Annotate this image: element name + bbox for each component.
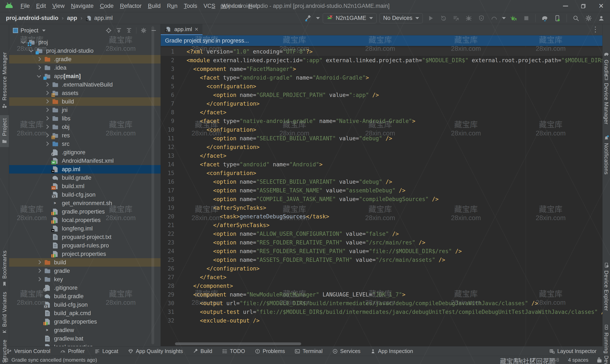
tree-row-get_environment.sh[interactable]: get_environment.sh bbox=[9, 199, 161, 208]
minimize-button[interactable] bbox=[557, 0, 574, 12]
menu-tools[interactable]: Tools bbox=[181, 1, 200, 11]
stripe-device-explorer[interactable]: Device Explorer bbox=[603, 260, 610, 314]
tree-row-.gradle[interactable]: .gradle bbox=[9, 55, 161, 64]
tree-row-key[interactable]: key bbox=[9, 275, 161, 284]
menu-view[interactable]: View bbox=[49, 1, 68, 11]
editor-options-kebab-icon[interactable]: ⋮ bbox=[592, 25, 599, 33]
close-button[interactable]: × bbox=[592, 0, 610, 12]
tree-row-obj[interactable]: obj bbox=[9, 123, 161, 131]
tree-row-libs[interactable]: libs bbox=[9, 114, 161, 123]
toolwindow-todo[interactable]: TODO bbox=[222, 348, 245, 354]
settings-button[interactable] bbox=[584, 13, 594, 23]
tree-row-gradlew[interactable]: gradlew bbox=[9, 326, 161, 334]
menu-vcs[interactable]: VCS bbox=[200, 1, 218, 11]
project-tree-scrollbar[interactable] bbox=[151, 26, 154, 344]
tree-row-build[interactable]: build bbox=[9, 258, 161, 267]
tree-row-AndroidManifest.xml[interactable]: MFAndroidManifest.xml bbox=[9, 156, 161, 165]
settings-button[interactable] bbox=[141, 27, 147, 33]
tree-row-assets[interactable]: assets bbox=[9, 89, 161, 97]
toolwindow-terminal[interactable]: Terminal bbox=[295, 348, 322, 354]
tree-row-build.xml[interactable]: <>build.xml bbox=[9, 182, 161, 191]
tree-row-jni[interactable]: jni bbox=[9, 106, 161, 114]
menu-navigate[interactable]: Navigate bbox=[68, 1, 97, 11]
status-message-area[interactable]: Gradle sync cancelled (moments ago) bbox=[3, 357, 97, 363]
tree-row-build.gradle[interactable]: build.gradle bbox=[9, 173, 161, 182]
menu-code[interactable]: Code bbox=[97, 1, 117, 11]
toolwindow-version-control[interactable]: Version Control bbox=[6, 348, 50, 354]
tree-row-local.properties[interactable]: local.properties bbox=[9, 343, 161, 346]
run-button[interactable] bbox=[426, 13, 435, 23]
breadcrumb-item-proj.android-studio[interactable]: proj.android-studio bbox=[6, 15, 58, 21]
account-avatar-button[interactable] bbox=[596, 13, 606, 23]
tree-row-gradlew.bat[interactable]: gradlew.bat bbox=[9, 334, 161, 343]
breadcrumb-item-app.iml[interactable]: app.iml bbox=[86, 15, 113, 22]
device-selector[interactable]: No Devices bbox=[380, 13, 423, 23]
tree-row-.idea[interactable]: .idea bbox=[9, 64, 161, 72]
tree-row-build.gradle[interactable]: build.gradle bbox=[9, 292, 161, 300]
project-view-selector[interactable]: Project bbox=[13, 27, 46, 34]
toolwindow-profiler[interactable]: Profiler bbox=[60, 348, 85, 354]
stripe-project[interactable]: Project bbox=[0, 115, 9, 147]
tree-row-app[interactable]: app [main] bbox=[9, 72, 161, 80]
stripe-device-manager[interactable]: Device Manager bbox=[603, 72, 610, 127]
menu-run[interactable]: Run bbox=[164, 1, 181, 11]
search-everywhere-button[interactable] bbox=[571, 13, 581, 23]
editor-horizontal-scrollbar[interactable] bbox=[175, 342, 301, 345]
collapse-all-button[interactable] bbox=[126, 27, 132, 33]
tree-row-longfeng.iml[interactable]: longfeng.iml bbox=[9, 224, 161, 233]
tree-row-.gitignore[interactable]: .gitignore bbox=[9, 284, 161, 292]
device-manager-button[interactable] bbox=[553, 13, 562, 23]
apply-changes-restart-button[interactable]: A bbox=[438, 13, 448, 23]
tree-row-build[interactable]: build bbox=[9, 97, 161, 106]
toolwindow-logcat[interactable]: Logcat bbox=[95, 348, 118, 354]
tree-row-build-cfg.json[interactable]: {}build-cfg.json bbox=[9, 300, 161, 309]
toolwindow-app-quality-insights[interactable]: App Quality Insights bbox=[128, 348, 183, 354]
apply-code-changes-button[interactable] bbox=[451, 13, 461, 23]
tree-row-build_apk.cmd[interactable]: build_apk.cmd bbox=[9, 309, 161, 317]
status-widget-UTF8[interactable]: UTF-8 bbox=[545, 357, 559, 363]
code-editor[interactable]: ✓ 1<?xml version="1.0" encoding="UTF-8"?… bbox=[161, 46, 602, 346]
tree-row-src[interactable]: src bbox=[9, 140, 161, 148]
debug-button[interactable] bbox=[464, 13, 474, 23]
tree-row-gradle[interactable]: gradle bbox=[9, 267, 161, 275]
tree-row-proguard-rules.pro[interactable]: proguard-rules.pro bbox=[9, 241, 161, 250]
lock-icon[interactable] bbox=[597, 359, 601, 363]
locate-button[interactable] bbox=[106, 27, 112, 33]
status-widget-LF[interactable]: LF bbox=[530, 357, 536, 363]
status-widget-11[interactable]: 1:1 bbox=[514, 357, 521, 363]
toolwindow-layout-inspector[interactable]: Layout Inspector bbox=[549, 348, 596, 354]
stripe-build-variants[interactable]: Build Variants bbox=[0, 289, 9, 338]
run-configuration-selector[interactable]: N2n1GAME bbox=[323, 13, 377, 23]
profiler-button[interactable] bbox=[489, 13, 499, 23]
stripe-bookmarks[interactable]: Bookmarks bbox=[0, 247, 9, 290]
menu-edit[interactable]: Edit bbox=[33, 1, 49, 11]
expand-all-button[interactable] bbox=[116, 27, 122, 33]
tree-row-project.properties[interactable]: project.properties bbox=[9, 250, 161, 258]
toolwindow-app-inspection[interactable]: App Inspection bbox=[370, 348, 413, 354]
tree-row-app.iml[interactable]: app.iml bbox=[9, 165, 161, 173]
stripe-resource-manager[interactable]: Resource Manager bbox=[0, 49, 9, 112]
breadcrumb-item-app[interactable]: app bbox=[67, 15, 77, 21]
sync-gradle-button[interactable] bbox=[540, 13, 550, 23]
tree-row-.externalNativeBuild[interactable]: .externalNativeBuild bbox=[9, 80, 161, 89]
status-widget-4spaces[interactable]: 4 spaces bbox=[568, 357, 588, 363]
build-button[interactable] bbox=[303, 13, 313, 23]
attach-debugger-button[interactable] bbox=[509, 13, 518, 23]
toolwindow-build[interactable]: Build bbox=[193, 348, 212, 354]
tree-row-proj.android-studio[interactable]: proj.android-studio bbox=[9, 47, 161, 55]
menu-file[interactable]: File bbox=[17, 1, 33, 11]
tree-row-res[interactable]: res bbox=[9, 131, 161, 140]
tree-row-build-cfg.json[interactable]: {}build-cfg.json bbox=[9, 191, 161, 199]
tree-row-gradle.properties[interactable]: gradle.properties bbox=[9, 317, 161, 326]
toolwindow-services[interactable]: Services bbox=[332, 348, 361, 354]
tree-row-proj[interactable]: proj bbox=[9, 38, 161, 47]
restore-button[interactable] bbox=[574, 0, 592, 12]
tree-row-local.properties[interactable]: local.properties bbox=[9, 216, 161, 224]
menu-refactor[interactable]: Refactor bbox=[117, 1, 145, 11]
stripe-notifications[interactable]: Notifications bbox=[603, 132, 610, 178]
menu-build[interactable]: Build bbox=[145, 1, 164, 11]
toolwindow-problems[interactable]: Problems bbox=[255, 348, 285, 354]
tab-close-icon[interactable]: × bbox=[195, 26, 198, 32]
tree-row-.gitignore[interactable]: .gitignore bbox=[9, 148, 161, 156]
tree-row-proguard-project.txt[interactable]: proguard-project.txt bbox=[9, 233, 161, 241]
